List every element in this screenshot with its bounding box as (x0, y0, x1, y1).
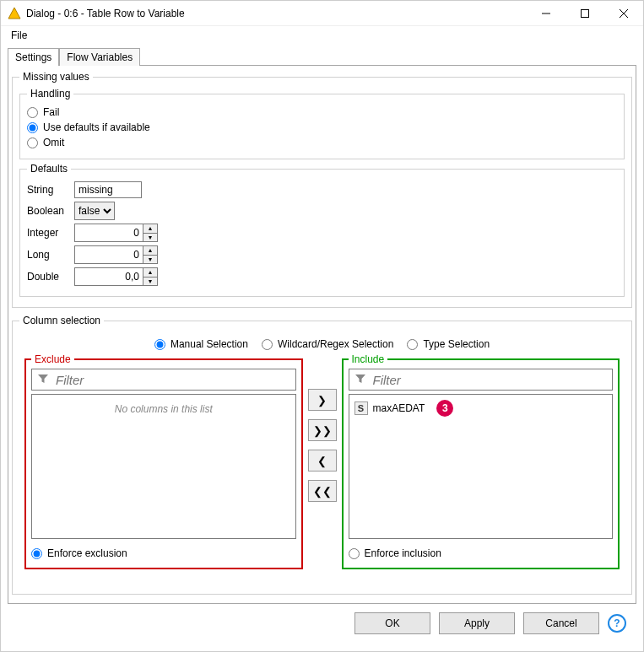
missing-values-legend: Missing values (19, 71, 93, 83)
maximize-button[interactable] (566, 1, 604, 25)
exclude-filter-input[interactable] (54, 372, 290, 388)
titlebar: Dialog - 0:6 - Table Row to Variable (1, 1, 643, 26)
double-up[interactable]: ▲ (143, 268, 157, 277)
handling-group: Handling Fail Use defaults if available … (19, 88, 625, 159)
handling-fail-label: Fail (43, 106, 59, 118)
column-selection-legend: Column selection (19, 315, 104, 326)
svg-rect-2 (582, 9, 589, 17)
apply-button[interactable]: Apply (439, 612, 515, 634)
move-all-right-button[interactable]: ❯❯ (308, 419, 337, 441)
handling-legend: Handling (27, 88, 73, 100)
defaults-legend: Defaults (27, 163, 71, 175)
app-icon (8, 7, 21, 20)
handling-defaults-radio[interactable] (27, 122, 38, 133)
selection-mode-row: Manual Selection Wildcard/Regex Selectio… (19, 330, 625, 358)
move-left-button[interactable]: ❮ (308, 450, 337, 471)
list-item[interactable]: S maxAEDAT 3 (353, 398, 609, 418)
type-badge-icon: S (354, 401, 368, 415)
double-down[interactable]: ▼ (143, 277, 157, 286)
dialog-footer: OK Apply Cancel ? (8, 604, 636, 644)
mode-regex-radio[interactable] (262, 339, 273, 350)
enforce-exclusion-label: Enforce exclusion (47, 547, 127, 559)
close-button[interactable] (604, 1, 643, 25)
enforce-inclusion-label: Enforce inclusion (365, 547, 441, 559)
handling-omit-label: Omit (43, 137, 64, 148)
menubar: File (1, 26, 643, 45)
handling-defaults-label: Use defaults if available (43, 121, 150, 133)
minimize-button[interactable] (527, 1, 566, 25)
integer-down[interactable]: ▼ (143, 233, 157, 242)
ok-button[interactable]: OK (354, 612, 430, 634)
filter-icon (37, 373, 49, 387)
enforce-inclusion-radio[interactable] (349, 548, 360, 559)
include-filter-input[interactable] (371, 372, 608, 388)
include-list[interactable]: S maxAEDAT 3 (349, 394, 614, 539)
transfer-buttons: ❯ ❯❯ ❮ ❮❮ (308, 358, 337, 569)
move-all-left-button[interactable]: ❮❮ (308, 480, 337, 502)
exclude-empty-text: No columns in this list (35, 398, 292, 415)
exclude-list[interactable]: No columns in this list (31, 394, 296, 539)
tab-settings[interactable]: Settings (8, 48, 59, 66)
help-button[interactable]: ? (608, 614, 626, 633)
tabs: Settings Flow Variables (8, 48, 636, 66)
long-input[interactable] (75, 246, 143, 263)
column-selection-body: Exclude No columns in this list Enforce … (19, 358, 625, 569)
defaults-group: Defaults String Boolean false Integer (19, 163, 625, 297)
handling-omit-radio[interactable] (27, 137, 38, 148)
string-label: String (27, 184, 74, 196)
filter-icon (354, 373, 366, 387)
enforce-exclusion-radio[interactable] (31, 548, 42, 559)
integer-label: Integer (27, 227, 74, 239)
string-input[interactable] (74, 181, 142, 198)
mode-type-label: Type Selection (423, 338, 490, 350)
integer-spinner[interactable]: ▲ ▼ (74, 224, 158, 242)
include-title: Include (349, 353, 388, 365)
double-spinner[interactable]: ▲ ▼ (74, 267, 158, 286)
double-input[interactable] (75, 268, 143, 285)
long-label: Long (27, 249, 74, 261)
menu-file[interactable]: File (6, 28, 32, 43)
mode-manual-label: Manual Selection (170, 338, 248, 350)
boolean-label: Boolean (27, 205, 74, 217)
list-item-label: maxAEDAT (373, 402, 425, 414)
tab-body-settings: Missing values Handling Fail Use default… (8, 65, 636, 604)
long-spinner[interactable]: ▲ ▼ (74, 245, 158, 264)
long-up[interactable]: ▲ (143, 246, 157, 255)
exclude-filter[interactable] (31, 369, 296, 391)
move-right-button[interactable]: ❯ (308, 389, 337, 411)
double-label: Double (27, 271, 74, 283)
boolean-select[interactable]: false (74, 202, 115, 220)
exclude-title: Exclude (31, 353, 74, 365)
svg-marker-0 (8, 8, 20, 19)
window-controls (527, 1, 643, 25)
tab-flow-variables[interactable]: Flow Variables (59, 48, 140, 66)
cancel-button[interactable]: Cancel (523, 612, 599, 634)
window-title: Dialog - 0:6 - Table Row to Variable (26, 8, 185, 19)
include-panel: Include S maxAEDAT 3 (342, 358, 620, 569)
callout-badge: 3 (436, 400, 453, 417)
integer-up[interactable]: ▲ (143, 224, 157, 233)
exclude-panel: Exclude No columns in this list Enforce … (24, 358, 303, 569)
integer-input[interactable] (75, 224, 143, 241)
handling-fail-radio[interactable] (27, 107, 38, 118)
include-filter[interactable] (349, 369, 614, 391)
long-down[interactable]: ▼ (143, 255, 157, 264)
mode-manual-radio[interactable] (154, 339, 165, 350)
mode-type-radio[interactable] (407, 339, 418, 350)
mode-regex-label: Wildcard/Regex Selection (278, 338, 393, 350)
column-selection-group: Column selection Manual Selection Wildca… (12, 315, 632, 595)
content-area: Settings Flow Variables Missing values H… (1, 45, 643, 651)
missing-values-group: Missing values Handling Fail Use default… (12, 71, 632, 308)
